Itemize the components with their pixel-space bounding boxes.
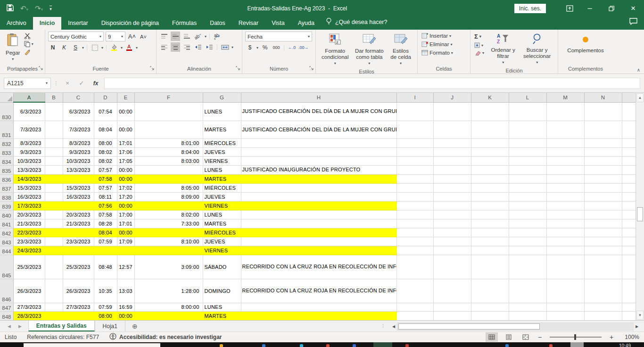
- font-dialog-launcher-icon[interactable]: [150, 65, 154, 72]
- cell-D840[interactable]: 07:58: [94, 210, 117, 219]
- cell-A844[interactable]: 24/3/2023: [13, 246, 45, 255]
- cell-M846[interactable]: [546, 279, 584, 303]
- cell-A846[interactable]: 26/3/2023: [13, 279, 45, 303]
- cell-E848[interactable]: 00:00: [117, 311, 134, 320]
- cell-partial-843[interactable]: [622, 237, 636, 246]
- cell-G836[interactable]: MARTES: [203, 174, 241, 183]
- cell-J845[interactable]: [433, 255, 471, 279]
- cell-I830[interactable]: [396, 102, 433, 121]
- cell-D842[interactable]: 08:04: [94, 228, 117, 237]
- align-middle-icon[interactable]: [171, 32, 180, 41]
- cell-G848[interactable]: MARTES: [203, 311, 241, 320]
- cell-D846[interactable]: 10:35: [94, 279, 117, 303]
- cell-C847[interactable]: 27/3/2023: [63, 303, 94, 311]
- cell-L844[interactable]: [509, 246, 546, 255]
- cell-M830[interactable]: [546, 102, 584, 121]
- cell-J836[interactable]: [433, 174, 471, 183]
- cell-C839[interactable]: [63, 201, 94, 210]
- cell-N843[interactable]: [584, 237, 622, 246]
- cell-N848[interactable]: [584, 311, 622, 320]
- cell-D844[interactable]: [94, 246, 117, 255]
- cell-K833[interactable]: [471, 147, 509, 156]
- cell-partial-832[interactable]: [622, 138, 636, 147]
- column-header-C[interactable]: C: [63, 93, 94, 102]
- cell-A840[interactable]: 20/3/2023: [13, 210, 45, 219]
- cell-partial-840[interactable]: [622, 210, 636, 219]
- ribbon-tab-datos[interactable]: Datos: [203, 17, 232, 30]
- currency-dropdown-arrow[interactable]: ▾: [256, 46, 258, 50]
- new-sheet-icon[interactable]: ⊕: [125, 321, 144, 331]
- cell-N847[interactable]: [584, 303, 622, 311]
- cell-L836[interactable]: [509, 174, 546, 183]
- cell-K832[interactable]: [471, 138, 509, 147]
- cell-G834[interactable]: VIERNES: [203, 156, 241, 165]
- cell-A839[interactable]: 17/3/2023: [13, 201, 45, 210]
- cell-L837[interactable]: [509, 183, 546, 192]
- cell-K841[interactable]: [471, 219, 509, 228]
- cell-B831[interactable]: [45, 121, 63, 138]
- wrap-text-icon[interactable]: abc: [213, 32, 222, 41]
- cell-C835[interactable]: 13/3/2023: [63, 165, 94, 174]
- cancel-formula-icon[interactable]: ×: [62, 80, 73, 87]
- cell-N842[interactable]: [584, 228, 622, 237]
- delete-cells-button[interactable]: Eliminar▾: [421, 41, 453, 47]
- cell-F836[interactable]: [134, 174, 203, 183]
- cell-J840[interactable]: [433, 210, 471, 219]
- cell-N838[interactable]: [584, 192, 622, 201]
- cell-I842[interactable]: [396, 228, 433, 237]
- cell-H838[interactable]: [241, 192, 396, 201]
- cell-partial-839[interactable]: [622, 201, 636, 210]
- cell-D836[interactable]: 07:58: [94, 174, 117, 183]
- cell-H848[interactable]: [241, 311, 396, 320]
- cell-L832[interactable]: [509, 138, 546, 147]
- cell-L831[interactable]: [509, 121, 546, 138]
- collapse-ribbon-icon[interactable]: ∧: [637, 67, 640, 73]
- cell-D834[interactable]: 08:02: [94, 156, 117, 165]
- cell-I832[interactable]: [396, 138, 433, 147]
- page-layout-view-icon[interactable]: [503, 332, 515, 342]
- cell-F835[interactable]: [134, 165, 203, 174]
- cell-K835[interactable]: [471, 165, 509, 174]
- cell-H841[interactable]: [241, 219, 396, 228]
- column-header-H[interactable]: H: [241, 93, 396, 102]
- cell-E842[interactable]: 00:00: [117, 228, 134, 237]
- row-header-833[interactable]: 833: [0, 147, 13, 156]
- align-top-icon[interactable]: [159, 32, 169, 41]
- cell-K831[interactable]: [471, 121, 509, 138]
- cell-A835[interactable]: 13/3/2023: [13, 165, 45, 174]
- underline-dropdown-arrow[interactable]: ▾: [82, 46, 84, 50]
- font-color-dropdown-arrow[interactable]: ▾: [136, 46, 138, 50]
- row-header-848[interactable]: 848: [0, 311, 13, 320]
- autosum-icon[interactable]: Σ ▾: [474, 33, 484, 40]
- merge-dropdown-arrow[interactable]: ▾: [231, 45, 233, 49]
- cell-E833[interactable]: 17:06: [117, 147, 134, 156]
- cell-H833[interactable]: [241, 147, 396, 156]
- cell-M831[interactable]: [546, 121, 584, 138]
- cell-J838[interactable]: [433, 192, 471, 201]
- cell-N832[interactable]: [584, 138, 622, 147]
- cell-B836[interactable]: [45, 174, 63, 183]
- insert-function-icon[interactable]: fx: [90, 80, 101, 87]
- cell-I841[interactable]: [396, 219, 433, 228]
- cell-M836[interactable]: [546, 174, 584, 183]
- underline-button[interactable]: S: [71, 43, 80, 52]
- cell-C843[interactable]: 23/3/2023: [63, 237, 94, 246]
- cell-K847[interactable]: [471, 303, 509, 311]
- cell-L830[interactable]: [509, 102, 546, 121]
- cell-F830[interactable]: [134, 102, 203, 121]
- sheet-nav-arrows[interactable]: ◀ ▶: [0, 321, 28, 331]
- cell-D837[interactable]: 07:57: [94, 183, 117, 192]
- fill-color-icon[interactable]: [109, 43, 119, 52]
- cell-partial-847[interactable]: [622, 303, 636, 311]
- enter-formula-icon[interactable]: ✓: [76, 80, 87, 87]
- cell-C846[interactable]: 26/3/2023: [63, 279, 94, 303]
- row-header-844[interactable]: 844: [0, 246, 13, 255]
- alignment-dialog-launcher-icon[interactable]: [236, 65, 240, 72]
- cell-M848[interactable]: [546, 311, 584, 320]
- zoom-slider-thumb[interactable]: [574, 334, 576, 340]
- cell-J847[interactable]: [433, 303, 471, 311]
- cell-I846[interactable]: [396, 279, 433, 303]
- cell-F833[interactable]: 8:04:00: [134, 147, 203, 156]
- cell-M841[interactable]: [546, 219, 584, 228]
- tell-me-search[interactable]: ¿Qué desea hacer?: [321, 15, 392, 30]
